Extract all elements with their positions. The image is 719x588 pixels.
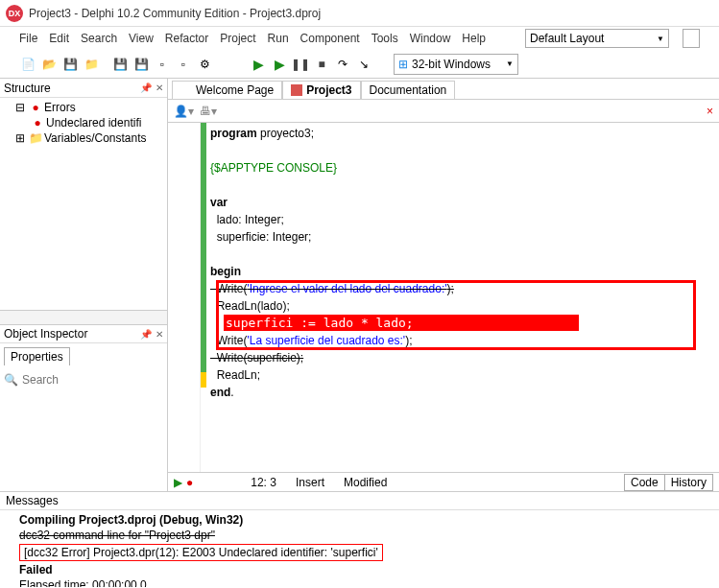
code-editor[interactable]: superfici := lado * lado; program proyec… bbox=[168, 123, 719, 472]
menu-bar: File Edit Search View Refactor Project R… bbox=[0, 27, 719, 50]
folder-icon[interactable]: 📁 bbox=[83, 56, 100, 73]
close-icon[interactable]: ✕ bbox=[156, 82, 163, 93]
menu-file[interactable]: File bbox=[19, 32, 37, 45]
tree-node-errors[interactable]: ⊟ ● Errors bbox=[2, 100, 165, 115]
tab-project[interactable]: Project3 bbox=[282, 81, 360, 99]
save-all-icon[interactable]: 💾 bbox=[111, 56, 129, 73]
menu-run[interactable]: Run bbox=[268, 32, 289, 45]
tree-label-vars: Variables/Constants bbox=[44, 131, 147, 145]
pause-icon[interactable]: ❚❚ bbox=[292, 56, 309, 73]
layout-select[interactable]: Default Layout ▼ bbox=[525, 29, 669, 48]
unit-icon bbox=[291, 84, 302, 96]
add-form-icon[interactable]: ▫ bbox=[154, 56, 171, 73]
error-icon: ● bbox=[31, 116, 44, 129]
tree-node-vars[interactable]: ⊞ 📁 Variables/Constants bbox=[2, 130, 165, 146]
main-toolbar: 📄 📂 💾 📁 💾 💾 ▫ ▫ ⚙ ▶ ▶ ❚❚ ■ ↷ ↘ ⊞ 32-bit … bbox=[0, 50, 719, 79]
new-file-icon[interactable]: 📄 bbox=[19, 56, 36, 73]
options-icon[interactable]: ⚙ bbox=[196, 56, 213, 73]
step-into-icon[interactable]: ↘ bbox=[355, 56, 372, 73]
change-bar-saved bbox=[201, 123, 206, 372]
view-tab-code[interactable]: Code bbox=[624, 474, 665, 491]
tab-welcome[interactable]: Welcome Page bbox=[172, 81, 282, 99]
menu-component[interactable]: Component bbox=[300, 32, 360, 45]
menu-edit[interactable]: Edit bbox=[49, 32, 69, 45]
tab-docs[interactable]: Documentation bbox=[361, 81, 456, 99]
change-bar-modified bbox=[201, 372, 206, 388]
pin-icon[interactable]: 📌 bbox=[140, 329, 152, 340]
windows-icon: ⊞ bbox=[398, 58, 408, 71]
structure-scrollbar[interactable] bbox=[0, 310, 167, 324]
window-title: Project3 - Delphi 10.2 Community Edition… bbox=[29, 7, 713, 20]
close-editor-icon[interactable]: × bbox=[707, 105, 713, 118]
tab-project-label: Project3 bbox=[306, 83, 351, 97]
code-text: program proyecto3; {$APPTYPE CONSOLE} va… bbox=[210, 125, 454, 401]
save-icon[interactable]: 💾 bbox=[61, 56, 79, 73]
error-line-text: superfici := lado * lado; bbox=[226, 315, 414, 331]
structure-title: Structure bbox=[4, 82, 51, 95]
app-icon: DX bbox=[6, 5, 23, 22]
menu-project[interactable]: Project bbox=[220, 32, 255, 45]
search-icon: 🔍 bbox=[4, 373, 18, 387]
msg-elapsed: Elapsed time: 00:00:00.0 bbox=[19, 577, 700, 587]
run-indicator-icon[interactable]: ▶ bbox=[174, 476, 182, 489]
tree-label-undeclared: Undeclared identifi bbox=[46, 116, 141, 129]
nav-back-icon[interactable]: 👤▾ bbox=[174, 105, 194, 118]
editor-tabs: Welcome Page Project3 Documentation bbox=[168, 79, 719, 100]
msg-failed: Failed bbox=[19, 562, 700, 577]
save-project-icon[interactable]: 💾 bbox=[132, 56, 150, 73]
stop-icon[interactable]: ■ bbox=[313, 56, 330, 73]
messages-header: Messages bbox=[0, 492, 719, 510]
object-inspector-title: Object Inspector bbox=[4, 327, 87, 341]
run-nodebug-icon[interactable]: ▶ bbox=[271, 56, 288, 73]
chevron-down-icon: ▼ bbox=[657, 35, 664, 43]
step-over-icon[interactable]: ↷ bbox=[334, 56, 351, 73]
tab-properties[interactable]: Properties bbox=[4, 347, 70, 365]
close-icon[interactable]: ✕ bbox=[156, 329, 163, 340]
record-indicator-icon[interactable]: ● bbox=[186, 476, 193, 489]
open-file-icon[interactable]: 📂 bbox=[40, 56, 58, 73]
cursor-position: 12: 3 bbox=[251, 476, 276, 489]
page-icon bbox=[180, 84, 192, 96]
error-icon: ● bbox=[29, 101, 42, 114]
msg-error[interactable]: [dcc32 Error] Project3.dpr(12): E2003 Un… bbox=[19, 544, 383, 561]
editor-toolbar: 👤▾ 🖶▾ × bbox=[168, 100, 719, 123]
msg-compiling: Compiling Project3.dproj (Debug, Win32) bbox=[19, 512, 700, 528]
tab-welcome-label: Welcome Page bbox=[196, 83, 274, 97]
view-tab-history[interactable]: History bbox=[664, 474, 713, 491]
collapse-icon[interactable]: ⊟ bbox=[13, 101, 27, 114]
view-unit-icon[interactable]: ▫ bbox=[175, 56, 192, 73]
msg-cmdline: dcc32 command line for "Project3 dpr" bbox=[19, 528, 700, 543]
layout-save-button[interactable] bbox=[683, 29, 700, 48]
messages-panel: Messages Compiling Project3.dproj (Debug… bbox=[0, 491, 719, 587]
menu-tools[interactable]: Tools bbox=[371, 32, 398, 45]
run-icon[interactable]: ▶ bbox=[250, 56, 267, 73]
insert-mode: Insert bbox=[296, 476, 324, 489]
menu-window[interactable]: Window bbox=[410, 32, 451, 45]
print-icon[interactable]: 🖶▾ bbox=[200, 105, 217, 118]
gutter bbox=[168, 123, 201, 472]
platform-select[interactable]: ⊞ 32-bit Windows ▼ bbox=[394, 54, 518, 75]
object-inspector-header: Object Inspector 📌✕ bbox=[0, 324, 167, 343]
expand-icon[interactable]: ⊞ bbox=[13, 131, 27, 145]
menu-refactor[interactable]: Refactor bbox=[165, 32, 208, 45]
pin-icon[interactable]: 📌 bbox=[140, 82, 152, 93]
menu-help[interactable]: Help bbox=[462, 32, 486, 45]
platform-select-value: 32-bit Windows bbox=[412, 58, 491, 71]
tree-label-errors: Errors bbox=[44, 101, 76, 114]
object-inspector-search[interactable] bbox=[22, 373, 166, 387]
folder-icon: 📁 bbox=[29, 131, 42, 145]
menu-view[interactable]: View bbox=[129, 32, 154, 45]
menu-search[interactable]: Search bbox=[81, 32, 117, 45]
structure-tree: ⊟ ● Errors ● Undeclared identifi ⊞ 📁 Var… bbox=[0, 98, 167, 170]
structure-panel-header: Structure 📌✕ bbox=[0, 79, 167, 98]
editor-statusbar: ▶ ● 12: 3 Insert Modified CodeHistory bbox=[168, 472, 719, 491]
modified-indicator: Modified bbox=[344, 476, 387, 489]
chevron-down-icon: ▼ bbox=[506, 59, 514, 68]
layout-select-value: Default Layout bbox=[530, 32, 604, 45]
tree-node-undeclared[interactable]: ● Undeclared identifi bbox=[2, 115, 165, 130]
tab-docs-label: Documentation bbox=[370, 83, 447, 97]
window-titlebar: DX Project3 - Delphi 10.2 Community Edit… bbox=[0, 0, 719, 27]
messages-body[interactable]: Compiling Project3.dproj (Debug, Win32) … bbox=[0, 510, 719, 587]
